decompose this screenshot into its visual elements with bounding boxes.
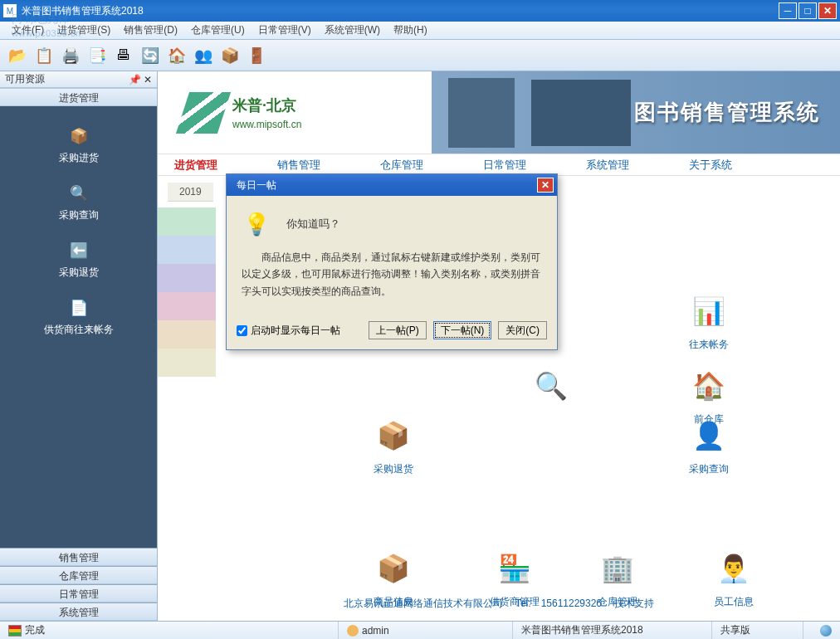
sidebar-item-order[interactable]: 📦 采购进货 [59,120,99,172]
menu-file[interactable]: 文件(F) [5,22,51,39]
refresh-icon: 🔄 [140,46,160,66]
swatch-5[interactable] [158,320,216,349]
menu-help[interactable]: 帮助(H) [387,22,434,39]
person-icon: 👤 [689,416,729,456]
swatch-6[interactable] [158,349,216,377]
footer-support[interactable]: 技术支持 [614,598,654,609]
next-tip-button[interactable]: 下一帖(N) [433,321,492,339]
house-icon: 🏠 [689,366,729,406]
tool-refresh[interactable]: 🔄 [138,43,163,68]
sidebar-panel-system[interactable]: 系统管理 [0,602,157,621]
footer-tel-label: Tel: [515,598,531,609]
tool-home[interactable]: 🏠 [164,43,189,68]
tab-daily[interactable]: 日常管理 [483,158,526,173]
color-swatches [158,207,216,377]
close-tip-button[interactable]: 关闭(C) [498,321,547,339]
product-icon: 📦 [374,549,413,588]
tab-about[interactable]: 关于系统 [689,158,732,173]
sidebar-header: 可用资源 📌 ✕ [0,71,157,88]
printer-icon: 🖨️ [61,46,81,66]
menu-purchase[interactable]: 进货管理(S) [51,22,117,39]
tool-exit[interactable]: 🚪 [244,43,269,68]
app-icon: M [3,4,17,17]
menu-sales[interactable]: 销售管理(D) [117,22,184,39]
tool-users[interactable]: 👥 [191,43,216,68]
dialog-close-button[interactable]: ✕ [537,178,554,193]
doc-icon: 📑 [87,46,107,66]
prev-tip-button[interactable]: 上一帖(P) [369,321,427,339]
tab-purchase[interactable]: 进货管理 [174,158,217,173]
menu-system[interactable]: 系统管理(W) [318,22,387,39]
doc-icon: 📄 [69,298,89,318]
exit-icon: 🚪 [247,46,266,66]
footer-company[interactable]: 北京易讯正通网络通信技术有限公司 [344,598,503,609]
supplier-icon: 🏪 [495,549,535,588]
swatch-2[interactable] [158,236,216,264]
sidebar-panel-sales[interactable]: 销售管理 [0,548,157,566]
tool-print[interactable]: 🖨️ [58,43,83,68]
sidebar-body: 📦 采购进货 🔍 采购查询 ⬅️ 采购退货 📄 供货商往来帐务 [0,106,157,548]
box-icon: 📦 [220,46,240,66]
dialog-question: 你知道吗？ [286,217,340,232]
maximize-button[interactable]: □ [798,2,817,19]
folder-icon: 📂 [7,46,27,66]
banner: 米普·北京 www.mipsoft.cn 图书销售管理系统 [158,71,840,154]
sidebar-item-return[interactable]: ⬅️ 采购退货 [59,234,99,286]
tool-open[interactable]: 📂 [5,43,30,68]
status-version: 共享版 [720,623,750,637]
user-icon [347,625,359,637]
sidebar-panel-warehouse[interactable]: 仓库管理 [0,566,157,584]
brand-url: www.mipsoft.cn [232,119,301,130]
tool-list[interactable]: 📋 [32,43,56,68]
footer-links: 北京易讯正通网络通信技术有限公司 Tel:15611229326 技术支持 [158,597,840,611]
toolbar: 📂 📋 🖨️ 📑 🖶 🔄 🏠 👥 📦 🚪 [0,40,840,71]
status-bar: 完成 admin 米普图书销售管理系统2018 共享版 [0,621,840,639]
grid-search[interactable]: 🔍 [531,366,571,406]
package-icon: 📦 [69,126,89,146]
banner-title: 图书销售管理系统 [634,98,820,127]
title-bar: M 米普图书销售管理系统2018 ─ □ ✕ [0,0,840,22]
footer-tel[interactable]: 15611229326 [541,598,602,609]
brand-name: 米普·北京 [232,95,301,115]
dialog-title: 每日一帖 [230,178,276,193]
grid-accounts[interactable]: 📊 往来帐务 [689,291,729,352]
close-button[interactable]: ✕ [818,2,837,19]
sidebar-title: 可用资源 [5,72,45,86]
flag-icon [8,625,22,637]
magnifier-icon: 🔍 [531,366,571,406]
pin-icon[interactable]: 📌 ✕ [129,74,152,85]
swatch-3[interactable] [158,264,216,292]
minimize-button[interactable]: ─ [779,2,797,19]
show-on-startup-checkbox[interactable] [237,325,247,336]
sidebar-item-supplier[interactable]: 📄 供货商往来帐务 [44,291,114,344]
grid-return[interactable]: 📦 采购退货 [374,416,413,476]
building-icon: 🏢 [598,549,637,588]
tool-box[interactable]: 📦 [217,43,242,68]
status-done: 完成 [25,623,45,637]
sidebar-panel-daily[interactable]: 日常管理 [0,584,157,602]
grid-query[interactable]: 👤 采购查询 [689,416,729,476]
dialog-titlebar[interactable]: 每日一帖 ✕ [227,174,557,196]
swatch-1[interactable] [158,207,216,236]
tab-warehouse[interactable]: 仓库管理 [380,158,423,173]
menu-warehouse[interactable]: 仓库管理(U) [184,22,252,39]
lightbulb-icon: 💡 [242,209,271,239]
swatch-4[interactable] [158,292,216,320]
dialog-checkbox[interactable]: 启动时显示每日一帖 [237,324,340,338]
globe-icon[interactable] [820,625,832,637]
menu-daily[interactable]: 日常管理(V) [252,22,318,39]
search-icon: 🔍 [69,183,89,203]
logo-icon [183,92,224,134]
tab-sales[interactable]: 销售管理 [277,158,320,173]
list-icon: 📋 [34,46,54,66]
status-user: admin [362,625,389,637]
menu-bar: 文件(F) 进货管理(S) 销售管理(D) 仓库管理(U) 日常管理(V) 系统… [0,22,840,40]
box-return-icon: 📦 [374,416,413,456]
year-label: 2019 [168,183,213,202]
tab-system[interactable]: 系统管理 [586,158,629,173]
sidebar-item-query[interactable]: 🔍 采购查询 [59,177,99,229]
printer2-icon: 🖶 [114,46,134,66]
tool-doc[interactable]: 📑 [85,43,110,68]
tool-printer[interactable]: 🖶 [111,43,136,68]
sidebar-panel-purchase[interactable]: 进货管理 [0,88,157,106]
